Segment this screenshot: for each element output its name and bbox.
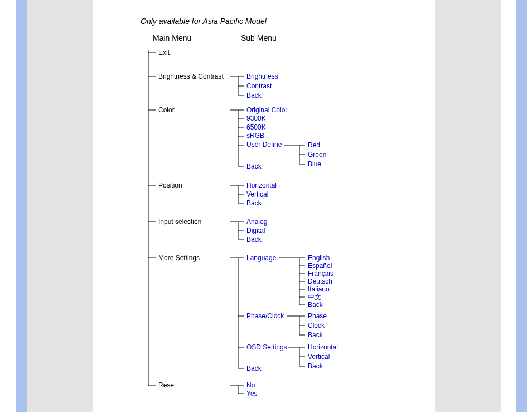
sub-item-chinese: 中文 xyxy=(308,293,321,301)
sub-item-phase: Phase xyxy=(308,312,327,320)
sub-item-green: Green xyxy=(308,151,326,159)
sub-item-clock: Clock xyxy=(308,322,325,329)
menu-item-exit: Exit xyxy=(158,49,170,56)
sub-item-user-define: User Define xyxy=(246,141,282,148)
menu-item-reset: Reset xyxy=(158,381,176,389)
sub-item-no: No xyxy=(246,381,255,389)
sub-item-lang-back: Back xyxy=(308,301,323,309)
sub-item-brightness: Brightness xyxy=(246,73,278,80)
sub-item-digital: Digital xyxy=(246,227,265,234)
decorative-gray-panel-right xyxy=(435,0,501,412)
sub-item-italiano: Italiano xyxy=(308,285,330,293)
sub-item-pc-back: Back xyxy=(308,331,323,339)
sub-item-blue: Blue xyxy=(308,160,321,168)
sub-item-input-back: Back xyxy=(246,236,262,243)
sub-item-analog: Analog xyxy=(246,218,267,226)
sub-item-contrast: Contrast xyxy=(246,82,272,90)
sub-item-position-back: Back xyxy=(246,199,262,207)
sub-item-color-back: Back xyxy=(246,162,262,170)
menu-tree-document: Only available for Asia Pacific Model Ma… xyxy=(141,17,431,409)
sub-item-horizontal: Horizontal xyxy=(246,181,277,189)
sub-item-english: English xyxy=(308,254,330,262)
availability-note: Only available for Asia Pacific Model xyxy=(141,17,431,26)
sub-item-francais: Français xyxy=(308,270,333,277)
sub-item-original-color: Original Color xyxy=(246,106,287,114)
menu-item-input-selection: Input selection xyxy=(158,218,201,226)
sub-item-osd-back: Back xyxy=(308,362,323,370)
sub-item-back: Back xyxy=(246,92,262,99)
sub-item-9300k: 9300K xyxy=(246,114,266,122)
menu-item-brightness-contrast: Brightness & Contrast xyxy=(158,73,224,80)
sub-item-language: Language xyxy=(246,254,277,262)
sub-item-osd-settings: OSD Settings xyxy=(246,343,287,351)
menu-item-position: Position xyxy=(158,181,182,189)
sub-item-deutsch: Deutsch xyxy=(308,277,332,285)
main-menu-header: Main Menu xyxy=(153,33,191,42)
sub-item-vertical: Vertical xyxy=(246,190,268,198)
menu-item-more-settings: More Settings xyxy=(158,254,200,262)
sub-item-espanol: Español xyxy=(308,262,332,270)
sub-item-red: Red xyxy=(308,141,320,149)
sub-item-osd-horizontal: Horizontal xyxy=(308,343,338,351)
sub-item-6500k: 6500K xyxy=(246,123,266,131)
sub-item-phase-clock: Phase/Clock xyxy=(246,312,284,320)
sub-item-more-back: Back xyxy=(246,365,262,372)
decorative-blue-bar-right xyxy=(516,0,527,412)
sub-item-srgb: sRGB xyxy=(246,132,264,140)
menu-item-color: Color xyxy=(158,106,175,114)
sub-item-yes: Yes xyxy=(246,390,258,397)
menu-tree-diagram: Exit Brightness & Contrast Color Positio… xyxy=(141,46,431,409)
decorative-gray-panel-left xyxy=(27,0,93,412)
sub-menu-header: Sub Menu xyxy=(241,33,277,42)
sub-item-osd-vertical: Vertical xyxy=(308,353,330,361)
decorative-blue-bar-left xyxy=(16,0,27,412)
